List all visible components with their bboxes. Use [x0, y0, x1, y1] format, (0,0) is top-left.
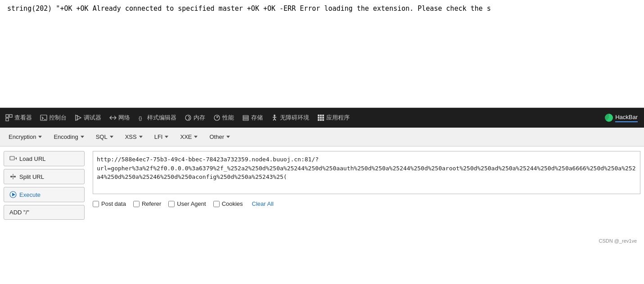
devtools-bar: 查看器 控制台 调试器 网络 {} 样式编辑器 内存 性能 存储 无障碍环境	[0, 108, 644, 128]
tab-memory-label: 内存	[194, 114, 205, 122]
cookies-label: Cookies	[222, 200, 243, 207]
add-slash-label: ADD "/"	[9, 209, 29, 216]
cookies-checkbox-label[interactable]: Cookies	[213, 200, 243, 207]
svg-rect-27	[318, 119, 320, 121]
tab-performance[interactable]: 性能	[210, 111, 238, 124]
post-data-checkbox[interactable]	[93, 201, 99, 207]
load-url-button[interactable]: Load URL	[4, 151, 85, 166]
tab-storage[interactable]: 存储	[239, 111, 266, 124]
svg-rect-25	[320, 117, 322, 119]
menu-lfi-label: LFI	[154, 133, 163, 140]
xxe-caret	[194, 136, 198, 138]
output-text: string(202) "+OK +OK Already connected t…	[7, 4, 491, 13]
add-slash-button[interactable]: ADD "/"	[4, 205, 85, 220]
svg-rect-13	[243, 115, 248, 117]
svg-rect-26	[322, 117, 324, 119]
hackbar-toolbar: Encryption Encoding SQL XSS LFI XXE Othe…	[0, 128, 644, 146]
menu-encryption-label: Encryption	[9, 133, 36, 140]
menu-xss[interactable]: XSS	[120, 131, 148, 143]
tab-debugger-label: 调试器	[84, 114, 101, 122]
execute-button[interactable]: Execute	[4, 187, 85, 202]
tab-debugger[interactable]: 调试器	[71, 111, 105, 124]
svg-rect-22	[320, 115, 322, 116]
xss-caret	[139, 136, 143, 138]
svg-rect-28	[320, 119, 322, 121]
tab-style-label: 样式编辑器	[147, 114, 176, 122]
url-options: Post data Referer User Agent Cookies Cle…	[93, 198, 640, 210]
tab-accessibility[interactable]: 无障碍环境	[267, 111, 313, 124]
menu-other-label: Other	[209, 133, 224, 140]
other-caret	[226, 136, 230, 138]
user-agent-checkbox-label[interactable]: User Agent	[168, 200, 206, 207]
svg-point-35	[14, 176, 16, 178]
lfi-caret	[165, 136, 168, 138]
svg-line-20	[275, 119, 276, 120]
post-data-checkbox-label[interactable]: Post data	[93, 200, 126, 207]
tab-app[interactable]: 应用程序	[314, 111, 353, 124]
menu-xxe-label: XXE	[180, 133, 192, 140]
referer-label: Referer	[142, 200, 161, 207]
menu-other[interactable]: Other	[204, 131, 235, 143]
svg-rect-30	[10, 156, 14, 160]
menu-sql-label: SQL	[96, 133, 108, 140]
menu-lfi[interactable]: LFI	[149, 131, 174, 143]
user-agent-checkbox[interactable]	[168, 201, 175, 207]
svg-rect-23	[322, 115, 324, 116]
svg-rect-29	[322, 119, 324, 121]
svg-point-34	[10, 176, 12, 178]
svg-point-16	[274, 115, 275, 116]
svg-rect-21	[318, 115, 320, 116]
svg-marker-37	[12, 193, 15, 196]
post-data-label: Post data	[101, 200, 126, 207]
tab-style-editor[interactable]: {} 样式编辑器	[135, 111, 180, 124]
svg-rect-24	[318, 117, 320, 119]
svg-rect-15	[243, 119, 248, 120]
tab-performance-label: 性能	[222, 114, 234, 122]
clear-all-label: Clear All	[252, 200, 274, 207]
svg-rect-2	[6, 118, 9, 121]
menu-xss-label: XSS	[125, 133, 137, 140]
referer-checkbox[interactable]	[133, 201, 140, 207]
hackbar-main: Load URL Split URL Execute ADD "/" Post …	[0, 146, 644, 236]
menu-xxe[interactable]: XXE	[175, 131, 203, 143]
tab-app-label: 应用程序	[326, 114, 350, 122]
tab-hackbar-label: HackBar	[615, 114, 638, 122]
svg-rect-0	[6, 115, 9, 117]
url-input[interactable]	[93, 151, 640, 194]
menu-encoding[interactable]: Encoding	[49, 131, 89, 143]
output-area: string(202) "+OK +OK Already connected t…	[0, 0, 644, 108]
footer-text: CSDN @_rev1ve	[599, 238, 637, 244]
svg-rect-14	[243, 117, 248, 119]
split-url-label: Split URL	[19, 173, 44, 180]
left-panel: Load URL Split URL Execute ADD "/"	[4, 151, 89, 232]
tab-storage-label: 存储	[251, 114, 263, 122]
tab-inspector[interactable]: 查看器	[2, 111, 36, 124]
menu-encryption[interactable]: Encryption	[4, 131, 47, 143]
svg-marker-31	[15, 157, 17, 160]
sql-caret	[110, 136, 113, 138]
tab-network-label: 网络	[118, 114, 130, 122]
svg-point-9	[185, 115, 191, 120]
svg-text:{}: {}	[139, 115, 142, 121]
execute-label: Execute	[19, 191, 41, 198]
referer-checkbox-label[interactable]: Referer	[133, 200, 161, 207]
footer: CSDN @_rev1ve	[0, 236, 644, 245]
split-url-button[interactable]: Split URL	[4, 169, 85, 184]
cookies-checkbox[interactable]	[213, 201, 220, 207]
encryption-caret	[38, 136, 42, 138]
tab-network[interactable]: 网络	[106, 111, 134, 124]
encoding-caret	[81, 136, 84, 138]
tab-inspector-label: 查看器	[14, 114, 32, 122]
svg-rect-1	[9, 115, 12, 117]
tab-memory[interactable]: 内存	[181, 111, 209, 124]
menu-encoding-label: Encoding	[54, 133, 78, 140]
clear-all-button[interactable]: Clear All	[250, 200, 275, 208]
tab-console[interactable]: 控制台	[36, 111, 70, 124]
url-area: Post data Referer User Agent Cookies Cle…	[93, 151, 640, 232]
tab-console-label: 控制台	[49, 114, 67, 122]
load-url-label: Load URL	[19, 155, 46, 162]
hackbar-icon	[605, 114, 613, 122]
tab-hackbar[interactable]: HackBar	[600, 111, 642, 125]
svg-marker-5	[76, 115, 81, 120]
menu-sql[interactable]: SQL	[91, 131, 118, 143]
